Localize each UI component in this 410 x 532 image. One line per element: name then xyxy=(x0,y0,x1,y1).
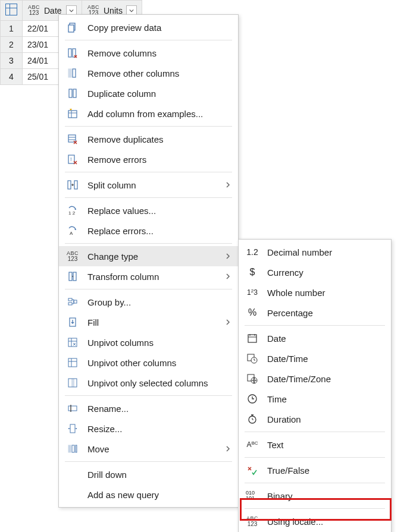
menu-separator xyxy=(245,432,385,432)
replace-values-icon: 1 2 xyxy=(66,205,79,216)
currency-icon: $ xyxy=(246,267,259,278)
svg-rect-8 xyxy=(68,111,77,118)
date-icon xyxy=(246,333,259,344)
menu-separator xyxy=(65,243,232,244)
unpivot-icon xyxy=(66,337,79,348)
svg-rect-12 xyxy=(68,181,71,189)
svg-rect-18 xyxy=(68,298,72,301)
menu-rename[interactable]: Rename... xyxy=(59,398,238,418)
datetime-icon xyxy=(246,353,259,364)
type-date[interactable]: Date xyxy=(239,328,391,348)
menu-drill-down[interactable]: Drill down xyxy=(59,464,238,484)
fill-icon xyxy=(66,317,79,328)
remove-other-columns-icon xyxy=(66,68,79,78)
menu-remove-other-columns[interactable]: Remove other columns xyxy=(59,63,238,83)
duration-icon xyxy=(246,414,259,424)
chevron-right-icon xyxy=(220,445,231,452)
svg-rect-23 xyxy=(68,358,77,367)
menu-split-column[interactable]: Split column xyxy=(59,175,238,195)
chevron-right-icon xyxy=(220,181,231,188)
menu-copy-preview[interactable]: Copy preview data xyxy=(59,17,238,37)
datetimezone-icon xyxy=(246,373,259,384)
svg-rect-2 xyxy=(68,49,71,57)
type-decimal[interactable]: 1.2 Decimal number xyxy=(239,242,391,262)
row-number: 3 xyxy=(1,53,23,69)
menu-separator xyxy=(245,483,385,483)
menu-separator xyxy=(65,40,232,40)
transform-column-icon xyxy=(66,271,79,282)
svg-rect-7 xyxy=(73,89,76,97)
type-using-locale[interactable]: ABC123 Using locale... xyxy=(239,511,391,531)
type-currency[interactable]: $ Currency xyxy=(239,262,391,282)
type-whole-number[interactable]: 123 Whole number xyxy=(239,282,391,303)
svg-rect-25 xyxy=(71,379,74,387)
binary-icon: 010101 xyxy=(246,490,259,501)
type-true-false[interactable]: True/False xyxy=(239,460,391,480)
type-text[interactable]: ABC Text xyxy=(239,435,391,455)
menu-separator xyxy=(65,461,232,462)
table-corner[interactable] xyxy=(1,1,23,21)
svg-text:!: ! xyxy=(70,156,72,162)
remove-columns-icon xyxy=(66,48,79,58)
row-number: 2 xyxy=(1,37,23,53)
percentage-icon: % xyxy=(246,307,259,318)
row-number: 1 xyxy=(1,21,23,37)
svg-rect-26 xyxy=(68,406,77,411)
menu-separator xyxy=(245,325,385,326)
svg-rect-19 xyxy=(68,303,72,305)
type-datetimezone[interactable]: Date/Time/Zone xyxy=(239,369,391,389)
menu-resize[interactable]: Resize... xyxy=(59,418,238,439)
chevron-right-icon xyxy=(220,253,231,260)
menu-unpivot-columns[interactable]: Unpivot columns xyxy=(59,332,238,352)
menu-replace-values[interactable]: 1 2 Replace values... xyxy=(59,200,238,221)
menu-duplicate-column[interactable]: Duplicate column xyxy=(59,83,238,103)
svg-rect-20 xyxy=(74,300,77,303)
menu-separator xyxy=(65,395,232,396)
menu-add-column-from-examples[interactable]: Add column from examples... xyxy=(59,103,238,124)
duplicate-column-icon xyxy=(66,88,79,99)
type-datetime[interactable]: Date/Time xyxy=(239,348,391,369)
menu-transform-column[interactable]: Transform column xyxy=(59,266,238,287)
unpivot-other-icon xyxy=(66,357,79,368)
context-menu-column: Copy preview data Remove columns Remove … xyxy=(58,14,239,508)
menu-change-type[interactable]: ABC123 Change type xyxy=(59,246,238,266)
svg-rect-6 xyxy=(69,89,72,97)
menu-fill[interactable]: Fill xyxy=(59,312,238,332)
svg-rect-31 xyxy=(248,335,256,342)
rename-icon xyxy=(66,403,79,414)
menu-replace-errors[interactable]: A Replace errors... xyxy=(59,221,238,241)
svg-rect-13 xyxy=(74,181,77,189)
unpivot-selected-icon xyxy=(66,377,79,388)
table-icon xyxy=(5,4,17,15)
menu-remove-errors[interactable]: ! Remove errors xyxy=(59,149,238,169)
menu-separator xyxy=(65,289,232,289)
menu-move[interactable]: Move xyxy=(59,439,238,459)
menu-remove-duplicates[interactable]: Remove duplicates xyxy=(59,129,238,149)
time-icon xyxy=(246,394,259,404)
text-icon: ABC xyxy=(246,440,259,449)
svg-rect-27 xyxy=(70,424,75,433)
type-duration[interactable]: Duration xyxy=(239,409,391,429)
menu-add-as-new-query[interactable]: Add as new query xyxy=(59,484,238,505)
remove-duplicates-icon xyxy=(66,134,79,144)
type-binary[interactable]: 010101 Binary xyxy=(239,486,391,506)
svg-rect-1 xyxy=(68,25,74,32)
menu-remove-columns[interactable]: Remove columns xyxy=(59,43,238,63)
submenu-change-type: 1.2 Decimal number $ Currency 123 Whole … xyxy=(238,239,392,532)
remove-errors-icon: ! xyxy=(66,154,79,165)
svg-rect-30 xyxy=(76,445,77,452)
truefalse-icon xyxy=(246,465,259,476)
type-time[interactable]: Time xyxy=(239,389,391,409)
menu-unpivot-selected-columns[interactable]: Unpivot only selected columns xyxy=(59,373,238,393)
any-type-icon: ABC123 xyxy=(246,516,259,527)
menu-unpivot-other-columns[interactable]: Unpivot other columns xyxy=(59,352,238,373)
svg-rect-28 xyxy=(68,445,71,452)
split-column-icon xyxy=(66,180,79,190)
type-percentage[interactable]: % Percentage xyxy=(239,303,391,323)
chevron-right-icon xyxy=(220,273,231,280)
move-icon xyxy=(66,443,79,454)
any-type-icon: ABC 123 xyxy=(27,5,40,16)
menu-group-by[interactable]: Group by... xyxy=(59,292,238,312)
copy-icon xyxy=(66,22,79,33)
menu-separator xyxy=(245,457,385,458)
